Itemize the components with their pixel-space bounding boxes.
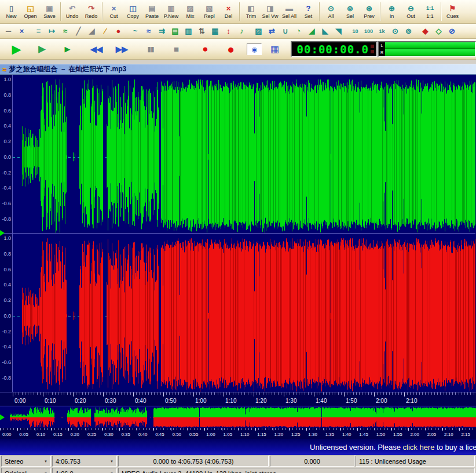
length-cell[interactable]: 4:06.753▼ <box>52 456 117 467</box>
flanger-icon: ▥ <box>185 27 192 35</box>
time-label: 0:10 <box>36 432 46 437</box>
dynamics-button[interactable]: ≈ <box>142 25 155 38</box>
replace-button[interactable]: ▧Repl <box>200 1 219 23</box>
reverb-button[interactable]: ▨ <box>252 25 265 38</box>
open-button[interactable]: ◱Open <box>21 1 40 23</box>
overview-playback-marker-icon[interactable] <box>0 414 5 420</box>
playback-marker-icon[interactable] <box>0 230 5 236</box>
save-button[interactable]: ▣Save <box>40 1 59 23</box>
zoom-10-button[interactable]: 10 <box>349 25 362 38</box>
document-title-bar[interactable]: ≈ 梦之旅合唱组合 － 在灿烂阳光下.mp3 <box>0 64 476 75</box>
time-label: 1:50 <box>346 398 357 404</box>
new-button[interactable]: ▯New <box>2 1 21 23</box>
doppler-button[interactable]: ~ <box>129 25 142 38</box>
dropdown-arrow-icon[interactable]: ▼ <box>107 460 113 463</box>
select-view-button[interactable]: ◨Sel Vw <box>261 1 280 23</box>
echo-button[interactable]: ⇉ <box>155 25 169 38</box>
goto-marker-button[interactable]: ↦ <box>45 25 58 38</box>
window-gap <box>0 60 476 64</box>
zoom-out-button[interactable]: ⊖Out <box>401 1 420 23</box>
flat-line-button[interactable]: ─ <box>2 25 15 38</box>
new-icon: ▯ <box>9 4 13 13</box>
dropdown-arrow-icon[interactable]: ▼ <box>41 460 47 463</box>
zoom-sel-button[interactable]: ⊚ <box>402 25 415 38</box>
filter-button[interactable]: ▤ <box>169 25 182 38</box>
cancel-button[interactable]: × <box>15 25 28 38</box>
paste-button[interactable]: ▤Paste <box>142 1 162 23</box>
zoom-previous-button[interactable]: ⊛Prev <box>360 1 379 23</box>
paste-new-button[interactable]: ▥P.New <box>162 1 181 23</box>
offset-button[interactable]: ↕ <box>222 25 235 38</box>
control-properties-button[interactable]: ▦ <box>262 41 287 57</box>
fade-out-button[interactable]: ◥ <box>332 25 345 38</box>
right-level-bar <box>385 49 475 56</box>
pencil-tool-button[interactable]: ∕ <box>98 25 112 38</box>
zoom-1000-button[interactable]: 1k <box>375 25 389 38</box>
left-channel-waveform[interactable] <box>13 75 475 233</box>
zoom-100-button[interactable]: 100 <box>362 25 375 38</box>
set-button[interactable]: ?Set <box>299 1 318 23</box>
smoother-button[interactable]: ∪ <box>279 25 292 38</box>
goldwave-file-icon: ≈ <box>2 66 6 74</box>
cue-add-button[interactable]: ◆ <box>419 25 432 38</box>
amplitude-label: 0.2 <box>3 297 11 303</box>
level-meter[interactable] <box>385 41 476 57</box>
zoom-all-icon: ⊙ <box>328 4 334 13</box>
reverse-button[interactable]: ⇄ <box>265 25 279 38</box>
overview-waveform[interactable] <box>0 406 476 428</box>
play-fast-button[interactable]: ▶ <box>54 41 80 57</box>
rewind-button[interactable]: ◀◀ <box>83 41 109 57</box>
time-display[interactable]: 00:00:00.0 <box>291 41 378 57</box>
play-button[interactable]: ▶ <box>3 41 29 57</box>
record-marker-button[interactable]: ● <box>112 25 125 38</box>
marker-set-button[interactable]: ≡ <box>32 25 45 38</box>
trim-label: Trim <box>246 13 257 19</box>
fade-in-button[interactable]: ◣ <box>318 25 332 38</box>
remaining-cell[interactable]: 1:06.0▼ <box>52 468 117 473</box>
invert-button[interactable]: ⇅ <box>195 25 208 38</box>
zoom-full-button[interactable]: ⊙ <box>389 25 402 38</box>
toolbar-separator <box>102 2 103 21</box>
main-time-axis[interactable]: 0:000:100:200:300:400:501:001:101:201:30… <box>0 392 476 406</box>
delete-button[interactable]: ×Del <box>219 1 238 23</box>
zoom-in-button[interactable]: ⊕In <box>382 1 401 23</box>
waveform-tool-button[interactable]: ≈ <box>58 25 72 38</box>
select-view-label: Sel Vw <box>262 13 278 19</box>
cut-button[interactable]: ×Cut <box>104 1 123 23</box>
mix-button[interactable]: ▨Mix <box>181 1 200 23</box>
cue-next-button[interactable]: ◇ <box>432 25 445 38</box>
volume-shape-button[interactable]: ◢ <box>305 25 318 38</box>
line-tool-button[interactable]: ╱ <box>72 25 85 38</box>
play-selection-button[interactable]: ▶ <box>29 41 54 57</box>
right-channel-waveform[interactable] <box>13 234 475 392</box>
monitor-toggle-button[interactable]: ◉ <box>247 43 262 55</box>
overview-time-axis[interactable]: 0:000:050:100:150:200:250:300:350:400:45… <box>0 428 476 439</box>
undo-button[interactable]: ↶Undo <box>63 1 82 23</box>
stop-button[interactable]: ■ <box>163 41 189 57</box>
record-selection-button[interactable]: ● <box>218 41 243 57</box>
license-message: Unlicensed version. Please click here to… <box>310 443 476 452</box>
ramp-tool-button[interactable]: ◢ <box>85 25 98 38</box>
cues-button[interactable]: ⚑Cues <box>443 1 462 23</box>
time-warp-button[interactable]: ◔ <box>292 25 305 38</box>
time-label: 0:30 <box>104 432 113 437</box>
trim-button[interactable]: ◧Trim <box>241 1 261 23</box>
pause-button[interactable]: ▮▮ <box>138 41 163 57</box>
fast-forward-button[interactable]: ▶▶ <box>109 41 134 57</box>
record-button[interactable]: ● <box>192 41 218 57</box>
monitor-input-button[interactable]: ⊘ <box>445 25 459 38</box>
copy-button[interactable]: ◫Copy <box>123 1 142 23</box>
redo-button[interactable]: ↷Redo <box>82 1 101 23</box>
quality-cell[interactable]: Original▼ <box>1 468 51 473</box>
select-all-button[interactable]: ▬Sel All <box>280 1 299 23</box>
pitch-button[interactable]: ♪ <box>235 25 248 38</box>
zoom-all-button[interactable]: ⊙All <box>321 1 340 23</box>
undo-label: Undo <box>66 13 79 19</box>
channel-mode-cell[interactable]: Stereo▼ <box>1 456 51 467</box>
goldwave-window: ▯New◱Open▣Save↶Undo↷Redo×Cut◫Copy▤Paste▥… <box>0 0 476 473</box>
zoom-1-1-button[interactable]: 1:11:1 <box>420 1 440 23</box>
flanger-button[interactable]: ▥ <box>182 25 195 38</box>
mechanize-button[interactable]: ▦ <box>208 25 222 38</box>
zoom-selection-button[interactable]: ⊚Sel <box>340 1 360 23</box>
license-link[interactable]: click here <box>403 443 435 452</box>
